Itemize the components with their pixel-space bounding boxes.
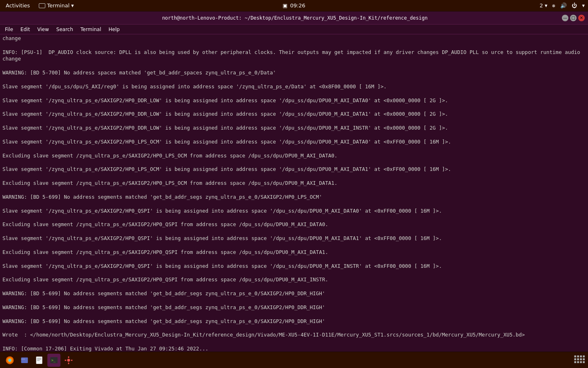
terminal-line: Slave segment '/zynq_ultra_ps_e/SAXIGP2/… [2, 111, 586, 118]
system-bar-left: Activities Terminal ▾ [3, 2, 77, 9]
taskbar-text-editor[interactable] [33, 354, 46, 367]
svg-rect-7 [37, 359, 42, 359]
svg-rect-12 [68, 356, 69, 358]
system-menu-arrow[interactable]: ▾ [582, 2, 585, 9]
activities-button[interactable]: Activities [3, 2, 32, 9]
power-icon[interactable]: ⏻ [572, 2, 577, 9]
svg-rect-17 [577, 355, 579, 357]
terminal-dropdown-icon: ▾ [71, 2, 74, 9]
terminal-line: Slave segment '/dpu_ss/dpu/S_AXI/reg0' i… [2, 83, 586, 90]
svg-rect-6 [37, 358, 42, 358]
svg-rect-22 [580, 358, 582, 360]
terminal-line: Excluding slave segment /zynq_ultra_ps_e… [2, 276, 586, 283]
menu-help[interactable]: Help [105, 26, 123, 33]
svg-rect-21 [577, 358, 579, 360]
taskbar: >_ [0, 352, 588, 368]
terminal-line: Slave segment '/zynq_ultra_ps_e/SAXIGP2/… [2, 235, 586, 242]
system-tray: 2 ▾ ⎈ 🔊 ⏻ ▾ [540, 2, 585, 9]
taskbar-settings[interactable] [62, 354, 75, 367]
network-icon[interactable]: ⎈ [552, 2, 555, 9]
terminal-app-icon [39, 3, 45, 8]
svg-rect-13 [68, 362, 69, 364]
svg-rect-24 [574, 361, 576, 363]
svg-rect-20 [574, 358, 576, 360]
close-button[interactable]: ✕ [578, 15, 585, 21]
minimize-button[interactable]: — [562, 15, 568, 21]
keyboard-layout-indicator[interactable]: 2 ▾ [540, 2, 548, 9]
terminal-line: INFO: [PSU-1] DP_AUDIO clock source: DPL… [2, 34, 586, 42]
title-bar: north@north-Lenovo-Product: ~/Desktop/En… [0, 11, 588, 25]
terminal-line: Excluding slave segment /zynq_ultra_ps_e… [2, 249, 586, 256]
terminal-app-button[interactable]: Terminal ▾ [36, 2, 77, 9]
svg-rect-18 [580, 355, 582, 357]
menu-view[interactable]: View [34, 26, 52, 33]
svg-text:>_: >_ [51, 358, 56, 362]
terminal-line: Excluding slave segment /zynq_ultra_ps_e… [2, 153, 586, 159]
terminal-line: WARNING: [BD 5-699] No address segments … [2, 290, 586, 297]
taskbar-firefox[interactable] [3, 354, 16, 367]
clock-icon: ▣ [283, 2, 287, 9]
terminal-line: Slave segment '/zynq_ultra_ps_e/SAXIGP2/… [2, 263, 586, 270]
svg-point-11 [67, 359, 70, 361]
terminal-line: WARNING: [BD 5-700] No address spaces ma… [2, 70, 586, 76]
menu-file[interactable]: File [2, 26, 16, 33]
terminal-line: Slave segment '/zynq_ultra_ps_e/SAXIGP2/… [2, 208, 586, 215]
svg-rect-23 [583, 358, 585, 360]
terminal-content[interactable]: Adding component instance block -- xilin… [0, 34, 588, 368]
svg-rect-26 [580, 361, 582, 363]
clock-time: 09:26 [290, 2, 305, 9]
svg-rect-19 [583, 355, 585, 357]
maximize-button[interactable]: □ [570, 15, 577, 21]
terminal-line: Slave segment '/zynq_ultra_ps_e/SAXIGP2/… [2, 139, 586, 146]
menu-edit[interactable]: Edit [17, 26, 33, 33]
terminal-line: WARNING: [BD 5-699] No address segments … [2, 194, 586, 201]
menu-search[interactable]: Search [53, 26, 76, 33]
terminal-line: Excluding slave segment /zynq_ultra_ps_e… [2, 221, 586, 228]
terminal-app-label: Terminal [47, 2, 69, 9]
svg-rect-3 [21, 357, 28, 363]
terminal-line: Slave segment '/zynq_ultra_ps_e/SAXIGP2/… [2, 125, 586, 132]
svg-rect-8 [37, 360, 40, 361]
terminal-line: INFO: [PSU-1] DP_AUDIO clock source: DPL… [2, 49, 586, 63]
menu-bar: File Edit View Search Terminal Help [0, 25, 588, 34]
terminal-window: north@north-Lenovo-Product: ~/Desktop/En… [0, 11, 588, 368]
terminal-line: Slave segment '/zynq_ultra_ps_e/SAXIGP2/… [2, 97, 586, 104]
svg-rect-16 [574, 355, 576, 357]
svg-rect-4 [21, 358, 25, 359]
svg-rect-27 [583, 361, 585, 363]
taskbar-files[interactable] [18, 354, 31, 367]
svg-rect-25 [577, 361, 579, 363]
svg-point-2 [9, 359, 11, 361]
terminal-line: WARNING: [BD 5-699] No address segments … [2, 304, 586, 311]
terminal-line: Slave segment '/zynq_ultra_ps_e/SAXIGP2/… [2, 166, 586, 173]
volume-icon[interactable]: 🔊 [560, 2, 567, 9]
svg-rect-14 [65, 359, 66, 361]
window-controls: — □ ✕ [562, 15, 585, 21]
menu-terminal[interactable]: Terminal [77, 26, 105, 33]
taskbar-terminal[interactable]: >_ [47, 354, 60, 367]
terminal-line: Excluding slave segment /zynq_ultra_ps_e… [2, 180, 586, 187]
title-bar-title: north@north-Lenovo-Product: ~/Desktop/En… [28, 15, 562, 21]
svg-rect-15 [71, 359, 73, 361]
system-bar: Activities Terminal ▾ ▣ 09:26 2 ▾ ⎈ 🔊 ⏻ … [0, 0, 588, 11]
system-clock: ▣ 09:26 [283, 2, 305, 9]
taskbar-app-grid[interactable] [573, 355, 585, 366]
terminal-line: Wrote : </home/north/Desktop/Enclustra_M… [2, 332, 586, 339]
terminal-line: WARNING: [BD 5-699] No address segments … [2, 318, 586, 325]
